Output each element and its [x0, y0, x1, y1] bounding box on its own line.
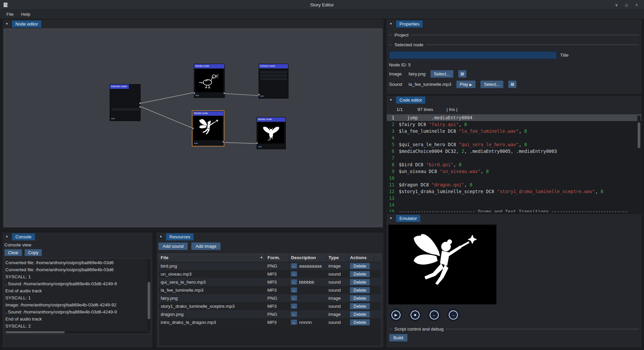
collapse-icon[interactable]: ▼ [388, 98, 393, 102]
resource-file: la_fee_luminelle.mp3 [159, 286, 265, 294]
close-button[interactable]: × [633, 1, 641, 8]
copy-button[interactable]: Copy [24, 249, 42, 256]
node-canvas[interactable]: Interact node ◂ ▸ Media node [4, 28, 382, 227]
line-number: 12 [387, 188, 397, 195]
collapse-icon[interactable]: ▼ [388, 217, 393, 220]
emulator-play-button[interactable]: ▶ [390, 309, 402, 321]
menu-help[interactable]: Help [17, 10, 34, 18]
node-footer: ◂ ▸ [194, 141, 222, 145]
resource-row[interactable]: intro_drako_le_dragon.mp3MP3..nnnnnsound… [159, 318, 382, 326]
column-header-file[interactable]: File▲ [159, 254, 265, 262]
delete-button[interactable]: Delete [350, 279, 370, 285]
node-choice[interactable]: Choice node ◂ ▸ [259, 64, 288, 99]
add-sound-button[interactable]: Add sound [158, 242, 188, 250]
pin-arrows-icon[interactable]: ◂ ▸ [195, 94, 199, 97]
code-vscrollbar[interactable] [637, 116, 641, 211]
console-log[interactable]: Converted file: /home/anthony/ostproj/ba… [4, 258, 151, 334]
collapse-icon[interactable]: ▼ [388, 22, 393, 25]
pin-arrows-icon[interactable]: ◂ ▸ [258, 145, 262, 148]
pin-arrows-icon[interactable]: ◂ ▸ [194, 141, 198, 145]
edit-description-button[interactable]: .. [291, 295, 297, 301]
input-pin[interactable] [192, 127, 194, 129]
edit-description-button[interactable]: .. [291, 319, 297, 325]
resource-file: intro_drako_le_dragon.mp3 [159, 318, 265, 326]
column-header-actions[interactable]: Actions [348, 254, 374, 262]
resource-file: dragon.png [159, 310, 265, 318]
node-media-bird[interactable]: Media node ◂ ▸ [194, 64, 225, 98]
minimize-button[interactable]: ∨ [612, 1, 621, 8]
stop-circle-icon: ■ [411, 310, 420, 319]
description-text: bbbbbb [299, 280, 314, 285]
delete-button[interactable]: Delete [350, 311, 370, 317]
delete-button[interactable]: Delete [350, 295, 370, 301]
input-pin[interactable] [258, 94, 260, 96]
output-pin[interactable] [223, 92, 225, 94]
line-number: 9 [387, 168, 397, 175]
resource-row[interactable]: bird.pngPNG..aaaaaaaaaimageDelete [159, 262, 382, 270]
forward-circle-icon: → [449, 310, 458, 319]
sound-select-button[interactable]: Select... [480, 80, 503, 88]
code-line: 8$bird DC8 "bird.qoi", 8 [387, 161, 641, 168]
image-select-button[interactable]: Select... [430, 70, 453, 78]
resource-row[interactable]: fairy.pngPNG..imageDelete [159, 294, 382, 302]
sound-play-button[interactable]: Play ▶ [456, 80, 476, 88]
resource-row[interactable]: un_oiseau.mp3MP3..soundDelete [159, 270, 382, 278]
build-button[interactable]: Build [389, 334, 408, 342]
console-vscrollbar[interactable] [147, 259, 151, 331]
node-interact[interactable]: Interact node ◂ ▸ [110, 84, 141, 121]
edit-description-button[interactable]: .. [291, 271, 297, 277]
clear-button[interactable]: Clear [4, 249, 22, 256]
image-clear-button[interactable]: ⊠ [458, 70, 467, 78]
panel-title-code-editor: Code editor [396, 97, 425, 104]
edit-description-button[interactable]: .. [291, 303, 297, 309]
edit-description-button[interactable]: .. [291, 263, 297, 269]
properties-panel: ▼ Properties Project Selected node Title… [386, 19, 642, 95]
node-media-dragon[interactable]: Media node ◂ ▸ [257, 117, 286, 149]
menu-file[interactable]: File [3, 10, 17, 18]
resource-description: ..bbbbbb [289, 278, 326, 286]
pin-arrows-icon[interactable]: ◂ ▸ [260, 94, 264, 98]
log-line: SYSCALL: 1 [5, 294, 148, 301]
pin-arrows-icon[interactable]: ◂ ▸ [111, 117, 115, 120]
add-image-button[interactable]: Add image [191, 242, 221, 250]
delete-button[interactable]: Delete [350, 287, 370, 293]
output-pin[interactable] [139, 106, 141, 108]
emulator-forward-button[interactable]: → [447, 309, 460, 321]
emulator-stop-button[interactable]: ■ [409, 309, 421, 321]
resource-row[interactable]: la_fee_luminelle.mp3MP3..soundDelete [159, 286, 382, 294]
console-hscrollbar[interactable] [5, 331, 146, 334]
column-header-description[interactable]: Description [289, 254, 326, 262]
resource-actions: Delete [348, 310, 374, 318]
resource-row[interactable]: story1_drako_luminelle_sceptre.mp3MP3..s… [159, 302, 382, 310]
title-input[interactable] [389, 51, 557, 59]
node-media-fairy[interactable]: Media node ◂ ▸ [193, 111, 224, 146]
collapse-icon[interactable]: ▼ [4, 22, 9, 25]
maximize-button[interactable]: ◇ [623, 1, 631, 8]
column-header-type[interactable]: Type [326, 254, 348, 262]
collapse-icon[interactable]: ▼ [4, 235, 9, 238]
collapse-icon[interactable]: ▼ [158, 235, 163, 238]
resource-row[interactable]: qui_sera_le_hero.mp3MP3..bbbbbbsoundDele… [159, 278, 382, 286]
code-line: 15---------------------------- Drums and… [387, 208, 641, 212]
delete-button[interactable]: Delete [350, 303, 370, 309]
edit-description-button[interactable]: .. [291, 311, 297, 317]
edit-description-button[interactable]: .. [291, 279, 297, 285]
sound-clear-button[interactable]: ⊠ [508, 80, 517, 88]
delete-button[interactable]: Delete [350, 263, 370, 269]
emulator-back-button[interactable]: ← [428, 309, 440, 321]
properties-header: ▼ Properties [386, 19, 642, 28]
delete-button[interactable]: Delete [350, 319, 370, 326]
row-gutter [374, 310, 382, 318]
output-pin[interactable] [139, 102, 141, 104]
code-area[interactable]: 1·· jump ··· .mediaEntry00042$fairy DC8 … [387, 114, 641, 212]
column-header-format[interactable]: Form. [265, 254, 289, 262]
output-pin[interactable] [222, 141, 224, 143]
resource-row[interactable]: dragon.pngPNG..imageDelete [159, 310, 382, 318]
panel-title-properties: Properties [396, 20, 423, 27]
input-pin[interactable] [193, 92, 195, 94]
delete-button[interactable]: Delete [350, 271, 370, 277]
edit-description-button[interactable]: .. [291, 287, 297, 293]
resource-file: story1_drako_luminelle_sceptre.mp3 [159, 302, 265, 310]
input-pin[interactable] [256, 142, 258, 144]
node-id-text: Node ID: 5 [389, 62, 639, 67]
